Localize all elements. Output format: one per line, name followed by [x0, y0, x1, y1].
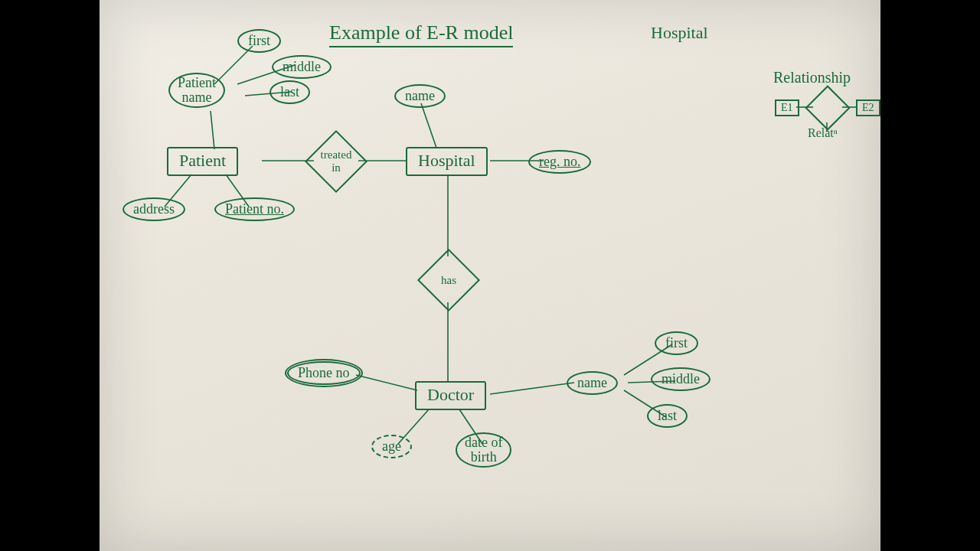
relationship-treated-in: treatedin — [305, 130, 368, 193]
attr-doctor-first: first — [655, 331, 698, 355]
entity-doctor: Doctor — [415, 381, 486, 410]
legend-title: Relationship — [773, 69, 851, 86]
attr-doctor-last: last — [647, 404, 688, 428]
attr-age: age — [371, 435, 412, 458]
legend-diamond — [805, 85, 850, 130]
attr-first: first — [237, 29, 281, 53]
svg-line-15 — [490, 383, 574, 394]
attr-address: address — [122, 197, 185, 221]
entity-hospital: Hospital — [406, 147, 488, 176]
attr-patient-name: Patientname — [168, 73, 225, 108]
svg-line-3 — [211, 111, 214, 149]
attr-doctor-name: name — [567, 371, 618, 395]
attr-hospital-name: name — [394, 84, 446, 108]
legend-e2: E2 — [856, 99, 880, 116]
entity-patient: Patient — [167, 147, 238, 176]
legend-e1: E1 — [775, 99, 799, 116]
attr-doctor-middle: middle — [651, 367, 710, 391]
svg-line-12 — [356, 375, 417, 390]
attr-middle: middle — [272, 55, 332, 79]
top-right-label: Hospital — [651, 23, 708, 43]
attr-patient-no: Patient no. — [214, 197, 295, 221]
legend-relat: Relatⁿ — [808, 126, 838, 140]
attr-date-of-birth: date ofbirth — [456, 432, 511, 468]
svg-line-8 — [421, 103, 436, 148]
attr-phone-no: Phone no — [287, 361, 361, 385]
relationship-has: has — [417, 249, 480, 311]
whiteboard: Example of E-R model Hospital Patientnam… — [100, 0, 880, 551]
diagram-title: Example of E-R model — [329, 21, 513, 47]
svg-line-0 — [214, 46, 253, 84]
attr-reg-no: reg. no. — [528, 150, 591, 174]
attr-last: last — [270, 80, 310, 104]
